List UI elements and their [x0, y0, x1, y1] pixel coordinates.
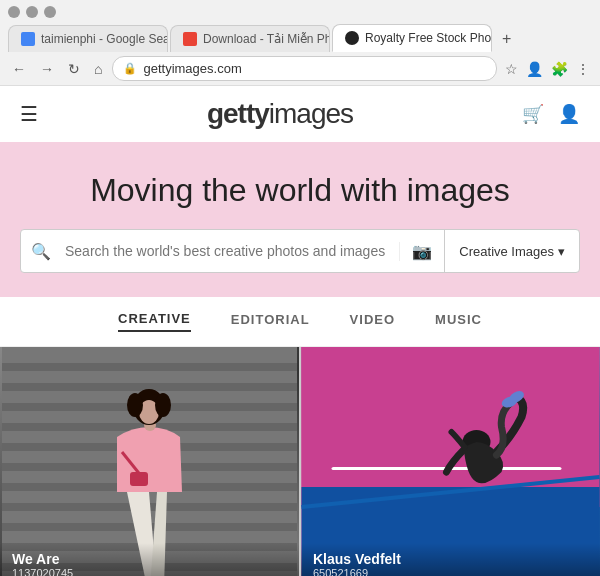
image-left [0, 347, 299, 576]
search-input[interactable] [61, 233, 399, 269]
hero-title: Moving the world with images [20, 172, 580, 209]
logo-bold: getty [207, 98, 269, 129]
bookmark-icon[interactable]: ☆ [503, 59, 520, 79]
refresh-button[interactable]: ↻ [64, 59, 84, 79]
camera-search-button[interactable]: 📷 [399, 242, 444, 261]
hamburger-menu-button[interactable]: ☰ [20, 102, 38, 126]
tab-favicon-2 [183, 32, 197, 46]
image-cell-left[interactable]: We Are 1137020745 [0, 347, 299, 576]
tab-label-3: Royalty Free Stock Photos, Illustr... [365, 31, 492, 45]
image-author-left: We Are [12, 551, 287, 567]
nav-icons: 🛒 👤 [522, 103, 580, 125]
minimize-button[interactable] [8, 6, 20, 18]
tab-favicon-1 [21, 32, 35, 46]
address-bar: ← → ↻ ⌂ 🔒 gettyimages.com ☆ 👤 🧩 ⋮ [0, 52, 600, 85]
category-tabs: CREATIVE EDITORIAL VIDEO MUSIC [0, 297, 600, 347]
image-id-left: 1137020745 [12, 567, 287, 576]
close-button[interactable] [44, 6, 56, 18]
tab-label-2: Download - Tải Miễn Phí VN - Pi... [203, 32, 330, 46]
extension-icon[interactable]: 🧩 [549, 59, 570, 79]
home-button[interactable]: ⌂ [90, 59, 106, 79]
image-author-right: Klaus Vedfelt [313, 551, 588, 567]
search-type-label: Creative Images [459, 244, 554, 259]
tab-music[interactable]: MUSIC [435, 311, 482, 332]
image-cell-right[interactable]: Klaus Vedfelt 650521669 [301, 347, 600, 576]
toolbar-icons: ☆ 👤 🧩 ⋮ [503, 59, 592, 79]
chevron-down-icon: ▾ [558, 244, 565, 259]
getty-logo: gettyimages [207, 98, 353, 130]
tab-editorial[interactable]: EDITORIAL [231, 311, 310, 332]
site-navigation: ☰ gettyimages 🛒 👤 [0, 86, 600, 142]
tab-video[interactable]: VIDEO [350, 311, 395, 332]
title-bar [0, 0, 600, 24]
image-right-svg [301, 347, 600, 576]
image-caption-left: We Are 1137020745 [0, 543, 299, 576]
images-grid: We Are 1137020745 [0, 347, 600, 576]
image-right [301, 347, 600, 576]
tab-label-1: taimienphi - Google Search [41, 32, 168, 46]
cart-icon-button[interactable]: 🛒 [522, 103, 544, 125]
image-left-svg [0, 347, 299, 576]
getty-images-site: ☰ gettyimages 🛒 👤 Moving the world with … [0, 86, 600, 576]
image-id-right: 650521669 [313, 567, 588, 576]
user-icon-button[interactable]: 👤 [558, 103, 580, 125]
window-controls [8, 6, 56, 18]
forward-button[interactable]: → [36, 59, 58, 79]
tabs-bar: taimienphi - Google Search ✕ Download - … [0, 24, 600, 52]
address-input[interactable]: 🔒 gettyimages.com [112, 56, 497, 81]
tab-creative[interactable]: CREATIVE [118, 311, 191, 332]
browser-tab-3[interactable]: Royalty Free Stock Photos, Illustr... ✕ [332, 24, 492, 52]
browser-chrome: taimienphi - Google Search ✕ Download - … [0, 0, 600, 86]
search-bar: 🔍 📷 Creative Images ▾ [20, 229, 580, 273]
image-caption-right: Klaus Vedfelt 650521669 [301, 543, 600, 576]
profile-icon[interactable]: 👤 [524, 59, 545, 79]
back-button[interactable]: ← [8, 59, 30, 79]
browser-tab-1[interactable]: taimienphi - Google Search ✕ [8, 25, 168, 52]
svg-point-17 [155, 393, 171, 417]
browser-tab-2[interactable]: Download - Tải Miễn Phí VN - Pi... ✕ [170, 25, 330, 52]
search-type-dropdown-button[interactable]: Creative Images ▾ [444, 230, 579, 272]
hero-section: Moving the world with images 🔍 📷 Creativ… [0, 142, 600, 297]
address-text: gettyimages.com [143, 61, 241, 76]
svg-point-16 [127, 393, 143, 417]
svg-rect-12 [130, 472, 148, 486]
tab-favicon-3 [345, 31, 359, 45]
maximize-button[interactable] [26, 6, 38, 18]
new-tab-button[interactable]: + [494, 26, 519, 52]
lock-icon: 🔒 [123, 62, 137, 75]
more-icon[interactable]: ⋮ [574, 59, 592, 79]
logo-light: images [269, 98, 353, 129]
search-icon: 🔍 [21, 242, 61, 261]
